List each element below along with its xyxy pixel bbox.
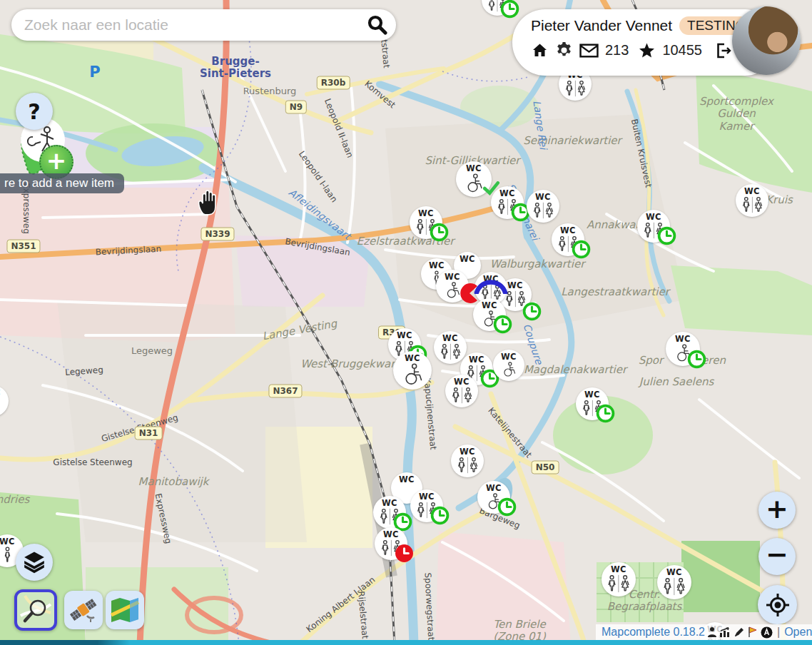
mail-icon[interactable] [579,44,599,58]
marker-label: WC [611,566,626,574]
toilet-marker[interactable]: WC [456,161,492,197]
marker-label: WC [469,356,484,365]
style-button-satellite[interactable] [64,591,103,629]
bottom-progress-bar [0,640,812,645]
toilet-marker[interactable]: WC [491,186,524,219]
logout-icon[interactable] [714,42,733,59]
marker-label: WC [744,188,760,196]
toilet-marker[interactable]: WC [602,562,636,596]
question-icon: ? [28,99,40,124]
marker-label: WC [460,448,475,457]
green-clock-badge [687,350,706,369]
marker-label: WC [507,282,523,290]
toilet-marker[interactable]: WC [410,489,443,522]
toilet-marker[interactable]: WC [666,332,700,366]
wheelchair-toilet-icon [401,363,424,386]
marker-label: WC [383,531,399,539]
toilet-marker[interactable]: WC [451,445,484,477]
marker-label: WC [483,275,499,284]
toilet-marker[interactable]: WC [445,375,478,407]
mf-toilet-icon [450,387,474,404]
marker-label: WC [405,355,420,363]
copyright-roundel-icon[interactable] [761,626,773,639]
marker-label: WC [0,389,1,397]
toilet-marker[interactable]: WC [657,565,691,599]
marker-label: WC [397,332,412,340]
marker-label: WC [0,538,15,547]
help-button[interactable]: ? [16,93,53,130]
search-bar [11,9,396,41]
toilet-marker[interactable]: WC [482,0,513,16]
green-clock-badge [572,240,591,259]
star-icon[interactable] [638,42,656,59]
attribution-app-link[interactable]: Mapcomplete 0.18.2 [602,626,705,639]
style-button-osm[interactable] [14,589,57,631]
user-stats-icon[interactable] [707,626,717,638]
wheelchair-toilet-icon [464,173,484,193]
marker-label: WC [666,569,682,577]
style-button-map[interactable] [106,591,144,629]
marker-label: WC [646,213,661,222]
marker-label: WC [486,484,502,493]
geolocate-button[interactable] [758,585,797,624]
home-icon[interactable] [531,42,549,59]
green-clock-badge [497,497,517,517]
osm-link[interactable]: OpenStreetMap [784,626,812,639]
map-viewport[interactable]: Brugge- Sint-PietersRustenburgSportcompl… [0,0,812,645]
toilet-marker[interactable]: WC [552,223,584,256]
marker-label: WC [445,273,460,282]
toilet-marker[interactable]: WC [527,190,559,223]
search-input[interactable] [23,16,366,34]
marker-label: WC [460,255,475,264]
toilet-marker[interactable]: WC [576,387,609,420]
toilet-marker[interactable]: WC [736,184,768,217]
toilet-marker[interactable]: WC [373,496,406,529]
osm-map-thumbnail-icon [19,594,52,626]
statistics-icon[interactable] [719,627,731,638]
mapillary-flag-icon[interactable] [747,626,758,638]
marker-label: WC [466,165,482,173]
mf-toilet-icon [661,577,688,596]
mail-count: 213 [605,42,629,59]
single-toilet-icon [3,547,12,564]
zoom-out-button[interactable]: − [758,538,796,575]
marker-label: WC [482,302,497,310]
marker-label: WC [499,190,515,198]
settings-gear-icon[interactable] [555,41,573,59]
marker-label: WC [419,493,435,502]
toilet-marker[interactable]: WC [410,206,442,239]
attribution-divider: | [777,626,780,639]
green-clock-badge [430,223,449,242]
toilet-marker[interactable]: WC [436,270,469,303]
avatar[interactable] [732,6,801,75]
mf-toilet-icon [605,574,632,593]
opening-hours-badge[interactable] [522,302,542,321]
green-clock-badge [493,315,512,334]
toilet-marker[interactable]: WC [375,527,407,560]
mf-toilet-icon [531,202,556,219]
toilet-marker[interactable]: WC [434,331,467,364]
layers-icon [21,551,47,574]
green-clock-badge [430,506,450,525]
layers-button[interactable] [16,544,53,581]
plus-glyph: + [766,493,788,524]
wheelchair-toilet-icon [501,362,517,377]
marker-label: WC [454,378,470,387]
edit-pen-icon[interactable] [734,626,745,638]
marker-label: WC [501,353,517,362]
wheelchair-toilet-icon [444,282,461,299]
toilet-marker[interactable]: WC [477,481,510,514]
toilet-marker[interactable]: WC [473,298,506,331]
folded-map-icon [110,596,140,624]
toilet-marker[interactable]: WC [0,385,9,417]
toilet-marker[interactable]: WC [393,351,432,390]
toilet-marker[interactable]: WC [493,350,524,381]
mf-toilet-icon [455,457,480,474]
toilet-marker[interactable]: WC [637,210,670,243]
search-icon[interactable] [366,14,387,36]
zoom-in-button[interactable]: + [758,492,796,529]
mf-toilet-icon [740,196,765,213]
map-markers-layer: WC WC WC WC [0,0,812,645]
marker-label: WC [675,335,691,344]
green-clock-badge [657,226,676,245]
